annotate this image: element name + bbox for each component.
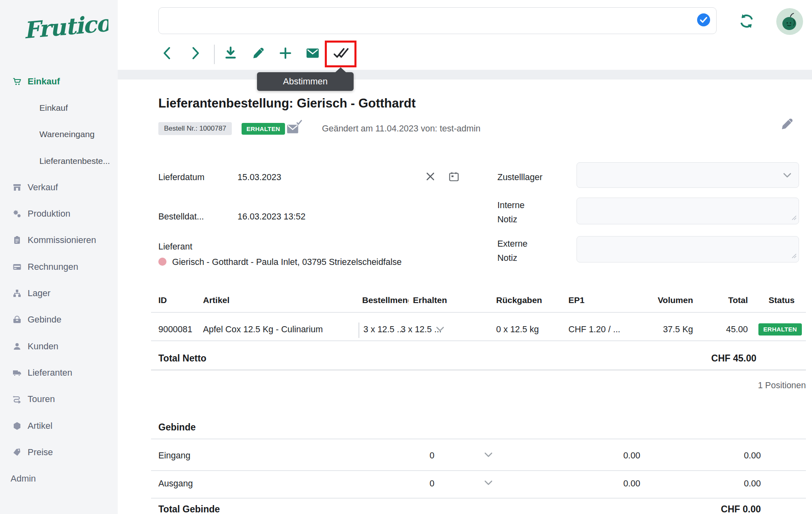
email-button[interactable] [304,46,321,62]
sidebar-item-label: Touren [28,394,55,404]
row-status-badge: ERHALTEN [758,323,802,335]
reconcile-button[interactable] [332,45,350,63]
pencil-icon [250,45,266,63]
status-badge: ERHALTEN [242,123,285,135]
total-netto-label: Total Netto [158,353,206,364]
positions-count: 1 Positionen [725,380,806,391]
credit-card-icon [12,262,22,272]
chevron-left-icon [159,45,175,63]
row-artikel: Apfel Cox 12.5 Kg - Culinarium [203,324,323,335]
externe-notiz-textarea[interactable] [577,236,799,262]
clear-date-button[interactable] [425,172,436,183]
table-divider [151,370,806,370]
eingang-value-1: 0.00 [600,450,640,461]
sidebar-item-produktion[interactable]: Produktion [0,200,118,227]
cart-icon [12,77,22,86]
brand-logo[interactable]: Frutico [21,8,108,50]
user-icon [12,342,22,351]
apple-avatar-icon [776,8,803,37]
row-id: 9000081 [158,324,192,335]
interne-notiz-textarea[interactable] [577,198,799,224]
table-divider [151,312,806,313]
chevron-down-icon [782,170,793,182]
zustelllager-select[interactable] [577,162,799,188]
zustelllager-label: Zustelllager [497,172,542,183]
gears-icon [12,209,22,219]
double-check-icon [332,44,350,64]
sidebar-item-rechnungen[interactable]: Rechnungen [0,254,118,280]
sidebar-item-label: Kunden [28,341,58,352]
edit-header-button[interactable] [779,117,795,133]
sidebar-item-label: Lager [28,288,50,299]
refresh-button[interactable] [737,13,756,31]
sidebar-item-gebinde[interactable]: Gebinde [0,307,118,333]
col-header-bestellmenge: Bestellmenge [362,295,408,305]
next-record-button[interactable] [187,46,203,62]
chevron-down-icon [435,324,445,336]
modified-info: Geändert am 11.04.2023 von: test-admin [322,123,480,134]
lieferant-value[interactable]: Gierisch - Gotthardt - Paula Inlet, 0379… [172,256,402,268]
sidebar-item-label: Preise [28,447,53,458]
col-header-erhalten: Erhalten [413,295,447,305]
plus-icon [277,45,294,63]
ausgang-dropdown-button[interactable] [483,478,494,489]
sidebar-item-label: Produktion [28,209,70,219]
sidebar-item-label: Einkauf [39,103,68,113]
search-confirm-button[interactable] [697,14,710,28]
eingang-qty[interactable]: 0 [418,450,434,461]
sidebar-item-kommissionieren[interactable]: Kommissionieren [0,227,118,254]
sidebar-item-artikel[interactable]: Artikel [0,413,118,439]
erhalten-dropdown-button[interactable] [435,325,445,335]
sidebar-subitem-einkauf[interactable]: Einkauf [0,95,118,121]
gebinde-divider [151,439,806,439]
route-icon [12,394,22,404]
order-number-badge: Bestell Nr.: 1000787 [158,122,232,135]
sidebar-item-lager[interactable]: Lager [0,280,118,306]
row-volumen: 37.5 Kg [637,324,693,335]
sidebar-item-lieferanten[interactable]: Lieferanten [0,359,118,386]
col-header-rueckgaben: Rückgaben [496,295,542,305]
brand-logo-text: Frutico [22,9,108,44]
eingang-label: Eingang [158,450,190,461]
download-button[interactable] [222,46,239,62]
gebinde-divider [151,470,806,471]
supplier-status-dot [158,258,166,266]
sidebar-item-preise[interactable]: Preise [0,439,118,465]
prev-record-button[interactable] [159,46,175,62]
calendar-picker-button[interactable] [448,172,460,183]
ausgang-value-1: 0.00 [600,478,640,489]
toolbar-divider [214,45,215,64]
gebinde-heading: Gebinde [158,422,196,433]
page-title: Lieferantenbestellung: Gierisch - Gottha… [158,96,416,111]
truck-icon [12,368,22,378]
tag-icon [12,447,22,457]
interne-notiz-label-line2: Notiz [497,214,517,225]
col-header-artikel: Artikel [203,295,229,305]
lieferdatum-value[interactable]: 15.03.2023 [238,172,281,183]
sidebar-subitem-wareneingang[interactable]: Wareneingang [0,121,118,148]
sidebar-item-einkauf[interactable]: Einkauf [0,68,118,95]
eingang-dropdown-button[interactable] [483,450,494,461]
total-netto-value: CHF 45.00 [674,353,756,364]
resize-grip-icon[interactable] [791,253,797,260]
sidebar-item-label: Rechnungen [28,262,78,272]
user-avatar[interactable] [776,9,803,36]
clipboard-icon [12,235,22,245]
sidebar-item-label: Wareneingang [39,129,95,139]
sidebar-subitem-lieferantenbestellung[interactable]: Lieferantenbeste... [0,148,118,174]
lieferdatum-label: Lieferdatum [158,172,205,183]
sidebar-item-touren[interactable]: Touren [0,386,118,413]
ausgang-qty[interactable]: 0 [418,478,434,489]
search-input[interactable] [158,7,717,34]
sidebar-item-admin[interactable]: Admin [0,465,118,492]
add-button[interactable] [277,46,294,62]
calendar-icon [448,171,460,184]
col-header-total: Total [707,295,748,305]
sidebar-item-verkauf[interactable]: Verkauf [0,174,118,200]
edit-button[interactable] [250,46,266,62]
gebinde-divider [151,498,806,499]
chevron-right-icon [187,45,203,63]
row-rueckgaben: 0 x 12.5 kg [496,324,539,335]
resize-grip-icon[interactable] [791,215,797,222]
sidebar-item-kunden[interactable]: Kunden [0,333,118,359]
